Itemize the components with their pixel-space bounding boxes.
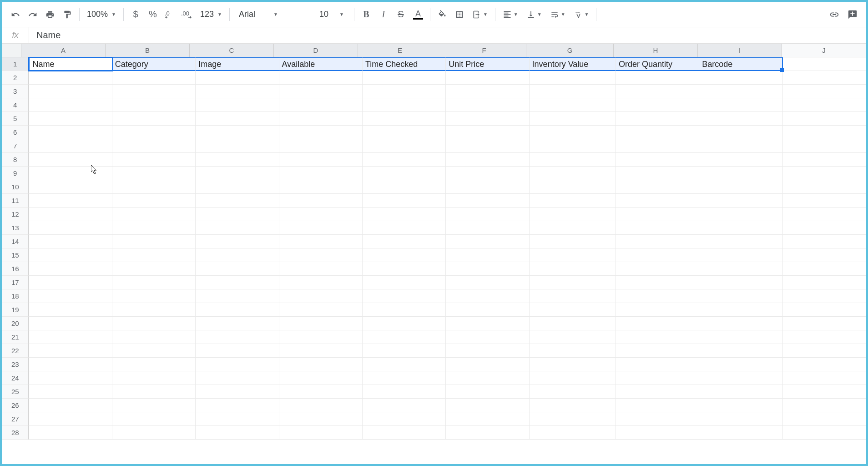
cell-A7[interactable]	[29, 139, 112, 153]
cell-I7[interactable]	[699, 139, 782, 153]
cell-A5[interactable]	[29, 112, 112, 126]
cell-B17[interactable]	[112, 276, 196, 289]
row-header-3[interactable]: 3	[2, 85, 29, 98]
cell-I24[interactable]	[699, 371, 782, 385]
cell-F10[interactable]	[446, 180, 529, 194]
cell-I19[interactable]	[699, 303, 782, 317]
cell-C12[interactable]	[196, 208, 279, 221]
cell-G20[interactable]	[530, 317, 616, 330]
cell-I17[interactable]	[699, 276, 782, 289]
cell-D27[interactable]	[279, 412, 363, 426]
cell-G9[interactable]	[530, 167, 616, 180]
cell-J13[interactable]	[783, 221, 866, 235]
cell-B9[interactable]	[112, 167, 196, 180]
cell-G25[interactable]	[530, 385, 616, 399]
cell-I13[interactable]	[699, 221, 782, 235]
cell-B5[interactable]	[112, 112, 196, 126]
cell-B2[interactable]	[112, 71, 196, 85]
cell-H17[interactable]	[616, 276, 699, 289]
row-header-22[interactable]: 22	[2, 344, 29, 358]
cell-G14[interactable]	[530, 235, 616, 248]
cell-A19[interactable]	[29, 303, 112, 317]
column-header-G[interactable]: G	[526, 44, 614, 57]
cell-D10[interactable]	[279, 180, 363, 194]
cell-C27[interactable]	[196, 412, 279, 426]
cell-I18[interactable]	[699, 289, 782, 303]
row-header-7[interactable]: 7	[2, 139, 29, 153]
cell-I6[interactable]	[699, 126, 782, 139]
cell-G28[interactable]	[530, 426, 616, 440]
cell-F3[interactable]	[446, 85, 529, 98]
cell-C23[interactable]	[196, 358, 279, 371]
cell-D13[interactable]	[279, 221, 363, 235]
cell-E18[interactable]	[363, 289, 446, 303]
row-header-13[interactable]: 13	[2, 221, 29, 235]
cell-H10[interactable]	[616, 180, 699, 194]
cell-B6[interactable]	[112, 126, 196, 139]
cell-D21[interactable]	[279, 330, 363, 344]
cell-B3[interactable]	[112, 85, 196, 98]
print-button[interactable]	[42, 6, 58, 23]
text-rotation-dropdown[interactable]: ▼	[570, 10, 593, 19]
cell-F2[interactable]	[446, 71, 529, 85]
cell-G11[interactable]	[530, 194, 616, 208]
cell-B21[interactable]	[112, 330, 196, 344]
cell-D16[interactable]	[279, 262, 363, 276]
cell-B8[interactable]	[112, 153, 196, 167]
cell-J20[interactable]	[783, 317, 866, 330]
cell-F12[interactable]	[446, 208, 529, 221]
cell-C24[interactable]	[196, 371, 279, 385]
cell-I15[interactable]	[699, 248, 782, 262]
cell-H5[interactable]	[616, 112, 699, 126]
cell-I2[interactable]	[699, 71, 782, 85]
cell-A24[interactable]	[29, 371, 112, 385]
cell-B19[interactable]	[112, 303, 196, 317]
cell-B16[interactable]	[112, 262, 196, 276]
cell-D6[interactable]	[279, 126, 363, 139]
cell-I27[interactable]	[699, 412, 782, 426]
cell-H26[interactable]	[616, 399, 699, 412]
cell-A28[interactable]	[29, 426, 112, 440]
cell-I1[interactable]: Barcode	[699, 57, 782, 71]
cell-B1[interactable]: Category	[112, 57, 196, 71]
row-header-8[interactable]: 8	[2, 153, 29, 167]
row-header-2[interactable]: 2	[2, 71, 29, 85]
cell-H22[interactable]	[616, 344, 699, 358]
cell-H11[interactable]	[616, 194, 699, 208]
cell-D15[interactable]	[279, 248, 363, 262]
cell-G19[interactable]	[530, 303, 616, 317]
cell-G5[interactable]	[530, 112, 616, 126]
cell-A13[interactable]	[29, 221, 112, 235]
cell-A27[interactable]	[29, 412, 112, 426]
cell-E6[interactable]	[363, 126, 446, 139]
cell-I8[interactable]	[699, 153, 782, 167]
cell-G18[interactable]	[530, 289, 616, 303]
cell-D20[interactable]	[279, 317, 363, 330]
cell-E15[interactable]	[363, 248, 446, 262]
cell-H3[interactable]	[616, 85, 699, 98]
cell-E4[interactable]	[363, 98, 446, 112]
cell-E28[interactable]	[363, 426, 446, 440]
cell-A15[interactable]	[29, 248, 112, 262]
cell-F24[interactable]	[446, 371, 529, 385]
cell-E5[interactable]	[363, 112, 446, 126]
column-header-I[interactable]: I	[698, 44, 782, 57]
more-formats-dropdown[interactable]: 123 ▼	[197, 10, 226, 19]
cell-D1[interactable]: Available	[279, 57, 363, 71]
cell-J23[interactable]	[783, 358, 866, 371]
cell-A9[interactable]	[29, 167, 112, 180]
cell-B4[interactable]	[112, 98, 196, 112]
cell-H1[interactable]: Order Quantity	[616, 57, 699, 71]
cell-A12[interactable]	[29, 208, 112, 221]
text-color-button[interactable]: A	[410, 6, 426, 23]
cell-H14[interactable]	[616, 235, 699, 248]
cell-I9[interactable]	[699, 167, 782, 180]
cell-I23[interactable]	[699, 358, 782, 371]
cell-H28[interactable]	[616, 426, 699, 440]
cell-I12[interactable]	[699, 208, 782, 221]
cell-J4[interactable]	[783, 98, 866, 112]
cell-I21[interactable]	[699, 330, 782, 344]
column-header-J[interactable]: J	[782, 44, 866, 57]
cell-D11[interactable]	[279, 194, 363, 208]
cell-E20[interactable]	[363, 317, 446, 330]
